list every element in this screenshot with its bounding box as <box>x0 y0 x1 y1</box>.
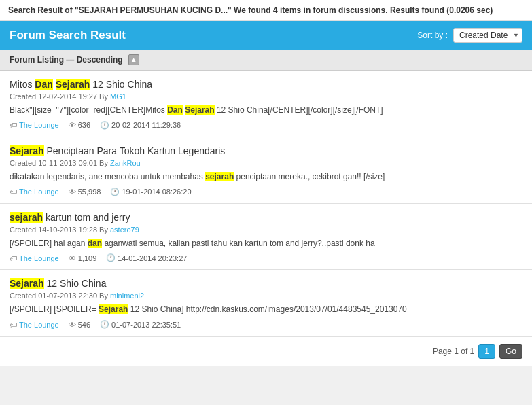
tag-icon: 🏷 <box>10 121 17 129</box>
views-item: 👁 636 <box>69 121 90 129</box>
eye-icon: 👁 <box>69 321 76 329</box>
highlight: sejarah <box>10 212 43 223</box>
result-title: Mitos Dan Sejarah 12 Shio China <box>10 79 522 90</box>
pagination-bar: Page 1 of 1 1 Go <box>0 336 532 366</box>
author-link[interactable]: ZankRou <box>110 159 141 167</box>
tag-icon: 🏷 <box>10 321 17 329</box>
result-count: 4 <box>273 5 278 15</box>
forum-listing-label: Forum Listing — Descending <box>10 55 123 65</box>
result-excerpt: Black"][size="7"][color=red][CENTER]Mito… <box>10 105 522 116</box>
highlight: dan <box>88 239 102 248</box>
highlight: Sejarah <box>185 105 214 115</box>
view-count: 1,109 <box>78 254 97 262</box>
tag-icon: 🏷 <box>10 254 17 262</box>
sort-container: Sort by : Created Date <box>417 28 522 43</box>
result-excerpt: [/SPOILER] hai agan dan aganwati semua, … <box>10 238 522 249</box>
forum-header: Forum Search Result Sort by : Created Da… <box>0 21 532 50</box>
sort-label: Sort by : <box>417 31 448 40</box>
result-meta: Created 14-10-2013 19:28 By astero79 <box>10 226 522 234</box>
result-title: Sejarah 12 Shio China <box>10 278 522 289</box>
date-item: 🕐 01-07-2013 22:35:51 <box>100 320 181 329</box>
highlight: sejarah <box>205 172 234 181</box>
last-date: 01-07-2013 22:35:51 <box>111 321 181 329</box>
author-link[interactable]: astero79 <box>110 226 139 234</box>
go-button[interactable]: Go <box>499 344 522 359</box>
result-item: Sejarah 12 Shio China Created 01-07-2013… <box>0 270 532 336</box>
view-count: 636 <box>78 121 90 129</box>
views-item: 👁 1,109 <box>69 254 97 262</box>
clock-icon: 🕐 <box>100 121 109 130</box>
eye-icon: 👁 <box>69 121 76 129</box>
date-item: 🕐 14-01-2014 20:23:27 <box>106 253 187 262</box>
date-item: 🕐 19-01-2014 08:26:20 <box>110 188 191 196</box>
highlight: Sejarah <box>10 278 44 289</box>
result-excerpt: [/SPOILER] [SPOILER= Sejarah 12 Shio Chi… <box>10 304 522 315</box>
clock-icon: 🕐 <box>110 188 120 196</box>
eye-icon: 👁 <box>69 188 76 196</box>
date-item: 🕐 20-02-2014 11:29:36 <box>100 121 181 130</box>
result-meta: Created 01-07-2013 22:30 By minimeni2 <box>10 292 522 300</box>
clock-icon: 🕐 <box>100 320 109 329</box>
result-footer: 🏷 The Lounge 👁 1,109 🕐 14-01-2014 20:23:… <box>10 253 522 262</box>
last-date: 14-01-2014 20:23:27 <box>118 254 187 262</box>
results-container: Mitos Dan Sejarah 12 Shio China Created … <box>0 71 532 336</box>
last-date: 20-02-2014 11:29:36 <box>111 121 181 129</box>
result-title: Sejarah Penciptaan Para Tokoh Kartun Leg… <box>10 145 522 156</box>
result-meta: Created 12-02-2014 19:27 By MG1 <box>10 92 522 101</box>
search-query: "SEJARAH PERMUSUHAN KUCING D..." <box>75 5 232 15</box>
result-item: Mitos Dan Sejarah 12 Shio China Created … <box>0 71 532 137</box>
category-item: 🏷 The Lounge <box>10 321 59 329</box>
result-footer: 🏷 The Lounge 👁 636 🕐 20-02-2014 11:29:36 <box>10 121 522 130</box>
author-link[interactable]: MG1 <box>110 92 126 101</box>
category-link[interactable]: The Lounge <box>19 188 59 196</box>
page-title: Forum Search Result <box>10 29 126 42</box>
sort-select[interactable]: Created Date <box>453 28 522 43</box>
result-excerpt: dikatakan legendaris, ane mencoba untuk … <box>10 171 522 183</box>
views-item: 👁 55,998 <box>69 188 101 196</box>
search-summary: Search Result of "SEJARAH PERMUSUHAN KUC… <box>0 0 532 21</box>
eye-icon: 👁 <box>69 254 76 262</box>
tag-icon: 🏷 <box>10 188 17 196</box>
sort-select-wrapper[interactable]: Created Date <box>453 28 522 43</box>
category-link[interactable]: The Lounge <box>19 254 59 262</box>
views-item: 👁 546 <box>69 321 90 329</box>
category-link[interactable]: The Lounge <box>19 321 59 329</box>
result-footer: 🏷 The Lounge 👁 546 🕐 01-07-2013 22:35:51 <box>10 320 522 329</box>
current-page-btn[interactable]: 1 <box>478 344 495 359</box>
sub-header: Forum Listing — Descending ▲ <box>0 50 532 71</box>
category-item: 🏷 The Lounge <box>10 188 59 196</box>
highlight: Sejarah <box>99 304 128 314</box>
highlight: Sejarah <box>10 145 44 156</box>
result-title: sejarah kartun tom and jerry <box>10 212 522 223</box>
result-footer: 🏷 The Lounge 👁 55,998 🕐 19-01-2014 08:26… <box>10 188 522 196</box>
author-link[interactable]: minimeni2 <box>110 292 144 300</box>
highlight: Dan <box>167 105 183 115</box>
category-item: 🏷 The Lounge <box>10 121 59 129</box>
page-label: Page 1 of 1 <box>433 347 474 356</box>
highlight: Sejarah <box>56 79 90 90</box>
summary-suffix: items in forum discussions. Results foun… <box>278 5 493 15</box>
result-item: Sejarah Penciptaan Para Tokoh Kartun Leg… <box>0 137 532 204</box>
category-item: 🏷 The Lounge <box>10 254 59 262</box>
clock-icon: 🕐 <box>106 253 116 262</box>
category-link[interactable]: The Lounge <box>19 121 59 129</box>
sort-toggle-icon[interactable]: ▲ <box>128 54 139 65</box>
result-meta: Created 10-11-2013 09:01 By ZankRou <box>10 159 522 167</box>
view-count: 546 <box>78 321 90 329</box>
last-date: 19-01-2014 08:26:20 <box>122 188 191 196</box>
view-count: 55,998 <box>78 188 101 196</box>
result-item: sejarah kartun tom and jerry Created 14-… <box>0 204 532 270</box>
summary-prefix: Search Result of <box>8 5 75 15</box>
highlight: Dan <box>35 79 52 90</box>
summary-middle: We found <box>232 5 273 15</box>
